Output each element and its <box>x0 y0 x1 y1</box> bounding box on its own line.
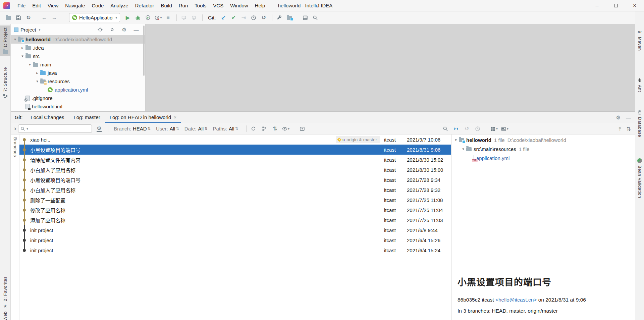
show-history-button[interactable] <box>249 13 258 22</box>
sidebar-item-structure[interactable]: 7: Structure <box>0 65 10 101</box>
jump-to-head-button[interactable] <box>452 124 461 133</box>
menu-item-run[interactable]: Run <box>175 0 192 11</box>
sync-button[interactable]: ↻ <box>24 13 33 22</box>
chevron-down-icon[interactable]: ▾ <box>19 54 25 58</box>
chevron-down-icon[interactable]: ▾ <box>39 28 41 32</box>
show-details-button[interactable]: ▾ <box>281 124 290 133</box>
view-layout-button[interactable]: ▾ <box>500 124 509 133</box>
tree-row-helloworld[interactable]: ▾helloworld1 fileD:\code\xiaobai\hellowo… <box>451 136 635 145</box>
branches-strip[interactable]: Branches <box>11 135 19 320</box>
sidebar-item-project[interactable]: 1: Project <box>0 25 10 56</box>
sidebar-item-ant[interactable]: Ant <box>635 76 644 94</box>
git-settings-button[interactable]: ⚙ <box>616 115 621 120</box>
filter-branch[interactable]: Branch:HEAD⇅ <box>114 126 151 131</box>
commit-row[interactable]: init projectitcast2021/6/4 15:24 <box>19 245 451 255</box>
commit-row[interactable]: xiao hei..››origin & masteritcast2021/9/… <box>19 135 451 145</box>
run-button[interactable]: ▶ <box>123 13 132 22</box>
build-artifact-button[interactable] <box>190 13 198 22</box>
open-project-button[interactable] <box>4 13 13 22</box>
chevron-down-icon[interactable]: ▾ <box>27 62 33 67</box>
filter-paths[interactable]: Paths:All⇅ <box>213 126 238 131</box>
tree-row-java[interactable]: ▸java <box>11 69 145 77</box>
menu-item-refactor[interactable]: Refactor <box>132 0 158 11</box>
commit-row[interactable]: 小黑设置项目的端口号itcast2021/8/31 9:06 <box>19 145 451 155</box>
hide-git-panel-button[interactable]: — <box>626 115 631 120</box>
view-grid-button[interactable]: ▾ <box>490 124 498 133</box>
menu-item-build[interactable]: Build <box>157 0 175 11</box>
tab-local-changes[interactable]: Local Changes <box>26 112 69 123</box>
tree-row-helloworld.iml[interactable]: helloworld.iml <box>11 102 145 111</box>
select-opened-file-button[interactable] <box>96 25 104 35</box>
find-in-log-button[interactable] <box>441 124 450 133</box>
chevron-down-icon[interactable]: ▾ <box>460 147 466 151</box>
sidebar-item-database[interactable]: Database <box>635 108 644 139</box>
search-everywhere-button[interactable] <box>311 13 320 22</box>
menu-item-window[interactable]: Window <box>227 0 251 11</box>
menu-item-navigate[interactable]: Navigate <box>62 0 88 11</box>
stop-button[interactable]: ■ <box>164 13 172 22</box>
commit-row[interactable]: init projectitcast2021/6/8 9:44 <box>19 225 451 235</box>
tree-row-resources[interactable]: ▾resources <box>11 77 145 86</box>
commit-row[interactable]: 小白加入了应用名称itcast2021/7/28 9:32 <box>19 185 451 195</box>
menu-item-file[interactable]: File <box>14 0 29 11</box>
project-options-button[interactable]: ⚙ <box>120 25 128 35</box>
commit-row[interactable]: 修改了应用名称itcast2021/7/25 11:04 <box>19 205 451 215</box>
show-branches-button[interactable] <box>260 124 269 133</box>
tab-log-on-head-in-helloworld[interactable]: Log: on HEAD in helloworld× <box>105 112 181 123</box>
sidebar-item-maven[interactable]: m Maven <box>635 27 644 53</box>
project-scrollbar[interactable] <box>143 25 145 76</box>
tree-row-main[interactable]: ▾main <box>11 60 145 69</box>
hide-project-panel-button[interactable]: — <box>132 25 141 35</box>
jump-to-top-button[interactable]: ⤒ <box>619 126 621 132</box>
new-log-tab-button[interactable] <box>298 124 307 133</box>
commit-row[interactable]: init projectitcast2021/6/4 15:26 <box>19 235 451 245</box>
tree-row-application.yml[interactable]: application.yml <box>11 86 145 94</box>
sidebar-item-web[interactable]: Web <box>0 309 10 320</box>
minimize-window-button[interactable]: – <box>588 0 606 11</box>
chevron-right-icon[interactable]: ▸ <box>34 71 40 75</box>
sidebar-item-favorites[interactable]: 2: Favorites ★ <box>0 274 10 311</box>
maximize-window-button[interactable] <box>606 0 625 11</box>
filter-user[interactable]: User:All⇅ <box>156 126 179 131</box>
menu-item-code[interactable]: Code <box>88 0 107 11</box>
close-window-button[interactable]: × <box>625 0 644 11</box>
chevron-right-icon[interactable]: ▸ <box>19 46 25 50</box>
recent-history-button[interactable] <box>473 124 482 133</box>
run-configuration-combo[interactable]: HelloApplication ▾ <box>69 13 120 22</box>
commit-row[interactable]: 小白加入了应用名称itcast2021/8/30 15:00 <box>19 165 451 175</box>
refresh-log-button[interactable] <box>249 124 258 133</box>
tab-log-master[interactable]: Log: master <box>69 112 105 123</box>
menu-item-edit[interactable]: Edit <box>29 0 44 11</box>
settings-button[interactable] <box>275 13 284 22</box>
chevron-down-icon[interactable]: ▾ <box>34 79 40 84</box>
push-button[interactable]: ⇥ <box>239 13 248 22</box>
commit-row[interactable]: 小黑设置项目的端口号itcast2021/7/28 9:34 <box>19 175 451 185</box>
update-project-button[interactable]: ↙ <box>219 13 228 22</box>
tree-row-.gitignore[interactable]: .gitignore <box>11 94 145 102</box>
rollback-button[interactable]: ↺ <box>259 13 268 22</box>
commit-author-email-link[interactable]: <hello@itcast.cn> <box>495 297 537 303</box>
toggle-sort-button[interactable]: ⇅ <box>627 126 631 132</box>
menu-item-tools[interactable]: Tools <box>191 0 210 11</box>
tree-row-.idea[interactable]: ▸.idea <box>11 44 145 52</box>
commit-row[interactable]: 删除了一些配置itcast2021/7/25 11:08 <box>19 195 451 205</box>
tab-close-icon[interactable]: × <box>174 115 176 120</box>
run-with-coverage-button[interactable] <box>144 13 152 22</box>
restore-layout-button[interactable] <box>301 13 310 22</box>
project-structure-button[interactable] <box>285 13 294 22</box>
log-search-input[interactable]: ▾ <box>18 124 92 133</box>
tree-row-src-main-resources[interactable]: ▾src\main\resources1 file <box>451 145 635 154</box>
branches-expander-button[interactable]: › <box>14 125 16 132</box>
forward-button[interactable]: → <box>50 13 59 22</box>
commit-row[interactable]: 添加了应用名称itcast2021/7/25 11:03 <box>19 215 451 225</box>
back-button[interactable]: ← <box>40 13 49 22</box>
commit-button[interactable]: ✔ <box>229 13 238 22</box>
menu-item-vcs[interactable]: VCS <box>210 0 227 11</box>
save-all-button[interactable] <box>14 13 23 22</box>
commit-row[interactable]: 清除配置文件所有内容itcast2021/8/30 15:02 <box>19 155 451 165</box>
tree-row-src[interactable]: ▾src <box>11 52 145 60</box>
tree-row-helloworld[interactable]: ▾helloworldD:\code\xiaobai\helloworld <box>11 35 145 44</box>
debug-button[interactable] <box>133 13 142 22</box>
attach-to-process-button[interactable] <box>179 13 188 22</box>
chevron-down-icon[interactable]: ▾ <box>453 138 459 142</box>
